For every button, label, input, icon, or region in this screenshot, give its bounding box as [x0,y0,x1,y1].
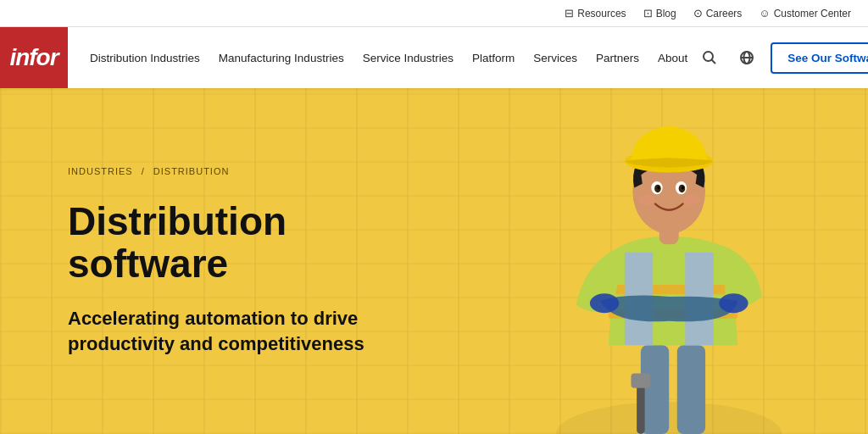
nav-service-industries[interactable]: Service Industries [354,45,462,71]
breadcrumb-separator: / [142,166,145,176]
nav-links: Distribution Industries Manufacturing In… [81,45,696,71]
breadcrumb-part2: DISTRIBUTION [153,166,230,176]
logo-text: infor [9,44,58,71]
utility-bar: ⊟ Resources ⊡ Blog ⊙ Careers ☺ Customer … [0,0,868,27]
svg-rect-7 [677,345,705,434]
svg-point-0 [704,52,713,61]
svg-rect-6 [641,345,669,434]
svg-point-19 [682,186,684,190]
nav-manufacturing-industries[interactable]: Manufacturing Industries [210,45,353,71]
nav-right-controls: See Our Software Contact Us [696,42,868,74]
breadcrumb-part1: INDUSTRIES [68,166,133,176]
svg-rect-23 [637,381,645,434]
resources-icon: ⊟ [565,7,574,19]
hero-image [461,88,868,434]
svg-point-11 [719,293,748,313]
worker-illustration [512,95,834,434]
careers-icon: ⊙ [693,7,703,19]
nav-about[interactable]: About [649,45,696,71]
hero-subtitle: Accelerating automation to drive product… [68,306,407,356]
search-button[interactable] [696,44,723,71]
blog-icon: ⊡ [643,7,653,19]
svg-point-21 [683,194,699,205]
blog-link[interactable]: ⊡ Blog [643,7,676,19]
main-navbar: infor Distribution Industries Manufactur… [0,27,868,88]
customer-center-icon: ☺ [759,7,770,19]
careers-link[interactable]: ⊙ Careers [693,7,743,19]
customer-center-link[interactable]: ☺ Customer Center [759,7,851,19]
svg-point-10 [590,293,619,313]
svg-point-20 [638,194,654,205]
nav-partners[interactable]: Partners [587,45,648,71]
logo[interactable]: infor [0,27,68,88]
svg-rect-24 [631,374,650,388]
hero-content: INDUSTRIES / DISTRIBUTION Distribution s… [0,166,475,357]
nav-services[interactable]: Services [525,45,586,71]
nav-platform[interactable]: Platform [464,45,523,71]
svg-point-18 [657,186,659,190]
see-software-button[interactable]: See Our Software [771,42,868,74]
hero-section: INDUSTRIES / DISTRIBUTION Distribution s… [0,88,868,434]
breadcrumb: INDUSTRIES / DISTRIBUTION [68,166,407,176]
globe-button[interactable] [733,44,760,71]
nav-distribution-industries[interactable]: Distribution Industries [81,45,209,71]
hero-title: Distribution software [68,200,407,286]
resources-link[interactable]: ⊟ Resources [565,7,626,19]
svg-line-1 [712,60,716,64]
